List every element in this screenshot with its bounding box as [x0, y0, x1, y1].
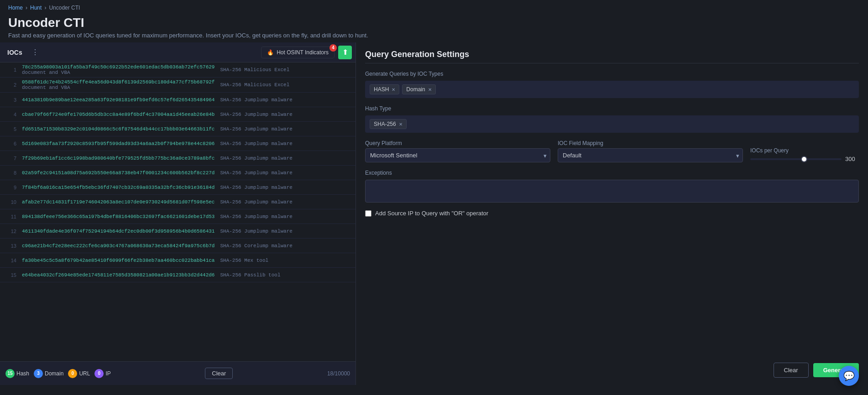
row-number: 13: [5, 243, 16, 249]
ioc-field-mapping-select-wrapper: DefaultCustom ▾: [558, 148, 743, 162]
ioc-hash[interactable]: 4611340fdade4e36f074f75294194b64dcf2ec0d…: [22, 229, 214, 234]
iocs-per-query-slider-container: 300: [750, 156, 859, 162]
badge-circle-url: 0: [68, 369, 77, 378]
badge-count-domain: 3 Domain: [34, 369, 63, 378]
badge-circle-ip: 0: [94, 369, 104, 378]
ioc-label-line2: document and VBA: [22, 85, 214, 90]
ioc-hash[interactable]: e64bea4032cf2694e85ede1745811e7585d35808…: [22, 272, 214, 278]
page-header: Uncoder CTI Fast and easy generation of …: [0, 14, 868, 42]
hot-osint-label: Hot OSINT Indicators: [277, 49, 329, 56]
badge-label-url: URL: [79, 370, 90, 377]
iocs-per-query-slider[interactable]: [750, 158, 842, 160]
table-row: 2 0588f61dc7e4b24554cffe4ea56d043d8f6139…: [0, 78, 356, 93]
ioc-hash[interactable]: 894138dfeee756e366c65a197b4dbef8816406bc…: [22, 214, 214, 219]
chat-bubble-button[interactable]: 💬: [839, 366, 859, 386]
ioc-content: fd6515a71530b8329e2c0104d0866c5c6f87546d…: [22, 126, 214, 132]
clear-button[interactable]: Clear: [774, 363, 809, 378]
hash-type-label: Hash Type: [365, 105, 859, 112]
hot-osint-badge: 4: [329, 44, 337, 52]
ioc-type-label: SHA-256 Jumplump malware: [220, 141, 292, 146]
row-number: 3: [5, 97, 16, 103]
table-row: 13 c96ae21b4cf2e28eec222cfe6ca903c4767a0…: [0, 239, 356, 253]
ioc-hash[interactable]: 0588f61dc7e4b24554cffe4ea56d043d8f6139d2…: [22, 79, 214, 85]
exceptions-input[interactable]: [365, 180, 859, 203]
hash-type-tag: SHA-256✕: [370, 119, 407, 129]
action-row: Clear Generate: [365, 363, 859, 378]
table-row: 6 5d169e083faa73f2920c8593fb95f599dad93d…: [0, 136, 356, 151]
ioc-content: 4611340fdade4e36f074f75294194b64dcf2ec0d…: [22, 229, 214, 234]
table-row: 7 7f29b69eb1af1cc6c1998bad980640bfe77952…: [0, 151, 356, 166]
tag-remove-icon[interactable]: ✕: [399, 122, 403, 127]
ioc-hash[interactable]: fd6515a71530b8329e2c0104d0866c5c6f87546d…: [22, 126, 214, 132]
badge-label-domain: Domain: [45, 370, 63, 377]
settings-panel: Query Generation Settings Generate Queri…: [356, 42, 868, 385]
ioc-type-label: SHA-256 Jumplump malware: [220, 199, 292, 205]
table-row: 3 441a3810b9e89bae12eea285a63f92e98181e9…: [0, 93, 356, 107]
row-number: 5: [5, 126, 16, 132]
tag-label: Domain: [406, 86, 425, 93]
ioc-hash[interactable]: 78c255a98003a101fa5ba3f49c50c6922b52ede6…: [22, 64, 214, 70]
ioc-content: 7f84bf6a016ca15e654fb5ebc36fd7407cb32c69…: [22, 185, 214, 190]
add-source-ip-row: Add Source IP to Query with "OR" operato…: [365, 210, 859, 217]
row-number: 11: [5, 214, 16, 219]
ioc-hash[interactable]: 7f84bf6a016ca15e654fb5ebc36fd7407cb32c69…: [22, 185, 214, 190]
main-layout: IOCs ⋮ 🔥 Hot OSINT Indicators 4 ⬆ 1 78c2…: [0, 42, 868, 385]
table-row: 15 e64bea4032cf2694e85ede1745811e7585d35…: [0, 268, 356, 282]
ioc-hash[interactable]: 02a59fe2c94151a08d75a692b550e66a8738eb47…: [22, 170, 214, 176]
ioc-field-mapping-select[interactable]: DefaultCustom: [558, 148, 743, 162]
ioc-hash[interactable]: afab2e77dc14831f1719e746042063a8ec107de0…: [22, 199, 214, 205]
breadcrumb-hunt[interactable]: Hunt: [30, 5, 42, 11]
tag-remove-icon[interactable]: ✕: [392, 87, 395, 92]
row-number: 7: [5, 156, 16, 161]
row-number: 10: [5, 199, 16, 205]
ioc-content: fa30be45c5c5a8f679b42ae85410f6099f66fe2b…: [22, 258, 214, 263]
badge-count-url: 0 URL: [68, 369, 90, 378]
add-source-ip-label[interactable]: Add Source IP to Query with "OR" operato…: [375, 210, 488, 217]
ioc-hash[interactable]: c96ae21b4cf2e28eec222cfe6ca903c4767a0686…: [22, 243, 214, 249]
query-platform-select-wrapper: Microsoft SentinelSplunkElasticQRadar ▾: [365, 148, 550, 162]
query-platform-select[interactable]: Microsoft SentinelSplunkElasticQRadar: [365, 148, 550, 162]
exceptions-section: Exceptions: [365, 170, 859, 203]
page-title: Uncoder CTI: [8, 16, 860, 30]
hot-osint-button[interactable]: 🔥 Hot OSINT Indicators 4: [261, 47, 335, 58]
add-source-ip-checkbox[interactable]: [365, 210, 371, 217]
page-subtitle: Fast and easy generation of IOC queries …: [8, 32, 860, 39]
ioc-hash[interactable]: 7f29b69eb1af1cc6c1998bad980640bfe779525f…: [22, 156, 214, 161]
exceptions-label: Exceptions: [365, 170, 859, 176]
ioc-type-label: SHA-256 Jumplump malware: [220, 170, 292, 176]
iocs-tab-bar: IOCs ⋮ 🔥 Hot OSINT Indicators 4 ⬆: [0, 42, 356, 62]
row-number: 8: [5, 170, 16, 176]
ioc-content: 78c255a98003a101fa5ba3f49c50c6922b52ede6…: [22, 64, 214, 75]
query-platform-label: Query Platform: [365, 140, 550, 146]
breadcrumb-home[interactable]: Home: [8, 5, 23, 11]
ioc-content: 7f29b69eb1af1cc6c1998bad980640bfe779525f…: [22, 156, 214, 161]
ioc-hash[interactable]: 5d169e083faa73f2920c8593fb95f599dad93d34…: [22, 141, 214, 146]
table-row: 1 78c255a98003a101fa5ba3f49c50c6922b52ed…: [0, 62, 356, 78]
hash-type-section: Hash Type SHA-256✕: [365, 105, 859, 133]
upload-button[interactable]: ⬆: [338, 46, 352, 59]
iocs-per-query-value: 300: [845, 156, 859, 162]
row-number: 4: [5, 112, 16, 117]
ioc-content: 894138dfeee756e366c65a197b4dbef8816406bc…: [22, 214, 214, 219]
badge-count-ip: 0 IP: [94, 369, 110, 378]
ioc-clear-button[interactable]: Clear: [205, 368, 233, 379]
query-platform-group: Query Platform Microsoft SentinelSplunkE…: [365, 140, 550, 162]
table-row: 14 fa30be45c5c5a8f679b42ae85410f6099f66f…: [0, 253, 356, 268]
ioc-type-label: SHA-256 Malicious Excel: [220, 67, 289, 73]
menu-dots-icon[interactable]: ⋮: [30, 46, 41, 58]
row-number: 14: [5, 258, 16, 263]
table-row: 5 fd6515a71530b8329e2c0104d0866c5c6f8754…: [0, 122, 356, 136]
ioc-field-mapping-group: IOC Field Mapping DefaultCustom ▾: [558, 140, 743, 162]
ioc-hash[interactable]: cbae79f66f724e0fe1705d6b5db3cc8a4e89f6bd…: [22, 112, 214, 117]
ioc-content: cbae79f66f724e0fe1705d6b5db3cc8a4e89f6bd…: [22, 112, 214, 117]
ioc-content: 441a3810b9e89bae12eea285a63f92e98181e9fb…: [22, 97, 214, 103]
ioc-hash[interactable]: fa30be45c5c5a8f679b42ae85410f6099f66fe2b…: [22, 258, 214, 263]
ioc-type-label: SHA-256 Jumplump malware: [220, 214, 292, 219]
ioc-type-label: SHA-256 Jumplump malware: [220, 126, 292, 132]
tag-remove-icon[interactable]: ✕: [428, 87, 432, 92]
ioc-content: c96ae21b4cf2e28eec222cfe6ca903c4767a0686…: [22, 243, 214, 249]
ioc-type-label: SHA-256 Corelump malware: [220, 243, 292, 249]
ioc-hash[interactable]: 441a3810b9e89bae12eea285a63f92e98181e9fb…: [22, 97, 214, 103]
table-row: 8 02a59fe2c94151a08d75a692b550e66a8738eb…: [0, 166, 356, 180]
ioc-content: afab2e77dc14831f1719e746042063a8ec107de0…: [22, 199, 214, 205]
